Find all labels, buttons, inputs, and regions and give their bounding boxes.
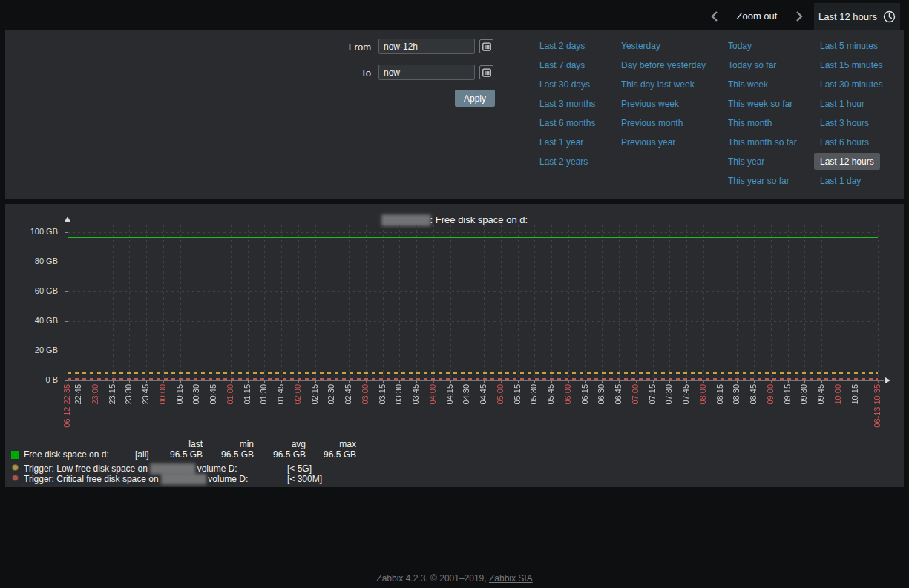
chevron-left-icon xyxy=(710,10,719,22)
series-stat-value: 96.5 GB xyxy=(255,449,306,460)
trigger-text: Trigger: Critical free disk space on xyxy=(24,474,161,484)
y-tick-label: 40 GB xyxy=(5,316,58,325)
trigger-threshold: [< 300M] xyxy=(287,474,322,484)
x-tick-label: 09:45 xyxy=(816,384,826,405)
time-range-option[interactable]: Day before yesterday xyxy=(615,57,712,73)
time-range-option[interactable]: This day last week xyxy=(615,76,700,93)
time-range-option[interactable]: Last 1 day xyxy=(814,173,867,189)
time-range-option[interactable]: Last 3 hours xyxy=(814,115,875,131)
apply-button[interactable]: Apply xyxy=(455,90,495,107)
x-tick-label: 08:15 xyxy=(715,384,725,405)
x-tick-label: 03:00 xyxy=(361,384,370,405)
x-tick-label: 02:45 xyxy=(344,384,353,405)
footer: Zabbix 4.2.3. © 2001–2019, Zabbix SIA xyxy=(0,573,909,584)
time-range-option[interactable]: Last 7 days xyxy=(534,57,591,73)
time-range-option[interactable]: Last 2 days xyxy=(534,38,591,54)
legend-stat-header: last xyxy=(151,439,203,449)
footer-link[interactable]: Zabbix SIA xyxy=(489,573,533,584)
clock-icon xyxy=(883,10,896,23)
x-tick-label: 02:30 xyxy=(326,384,336,405)
time-shift-back-button[interactable] xyxy=(703,7,726,26)
time-range-option[interactable]: Yesterday xyxy=(615,38,666,54)
time-range-option[interactable]: Last 3 months xyxy=(534,96,601,112)
x-axis xyxy=(68,380,884,381)
y-axis xyxy=(68,222,68,380)
time-range-option[interactable]: Today xyxy=(722,38,758,54)
x-tick-label: 08:45 xyxy=(749,384,758,405)
x-tick-label: 01:00 xyxy=(226,384,235,405)
series-stat-value: 96.5 GB xyxy=(151,449,203,460)
trigger-dot-icon xyxy=(12,464,19,471)
x-tick-label: 23:30 xyxy=(124,384,134,405)
time-range-tab[interactable]: Last 12 hours xyxy=(814,3,900,30)
time-range-option[interactable]: This week xyxy=(722,76,774,93)
x-tick-label: 02:00 xyxy=(293,384,303,405)
from-calendar-button[interactable] xyxy=(479,39,493,53)
time-range-tab-label: Last 12 hours xyxy=(818,11,877,22)
time-range-option[interactable]: Last 5 minutes xyxy=(814,38,884,54)
from-input[interactable] xyxy=(378,39,475,54)
x-tick-label: 09:15 xyxy=(783,384,792,405)
x-tick-label: 05:45 xyxy=(546,384,556,405)
x-tick-label: 06-13 10:35 xyxy=(873,384,882,428)
x-tick-label: 01:15 xyxy=(243,384,252,405)
time-range-option[interactable]: Today so far xyxy=(722,57,782,73)
x-tick-label: 00:45 xyxy=(209,384,218,405)
x-tick-label: 23:15 xyxy=(108,384,117,405)
x-tick-label: 01:45 xyxy=(276,384,286,405)
to-calendar-button[interactable] xyxy=(479,65,493,79)
x-tick-label: 03:45 xyxy=(411,384,421,405)
time-shift-forward-button[interactable] xyxy=(788,7,810,26)
x-tick-label: 04:15 xyxy=(445,384,455,405)
series-stat-value: 96.5 GB xyxy=(203,449,254,460)
x-tick-label: 05:15 xyxy=(513,384,522,405)
time-filter-panel: From To Apply Last 2 daysLast 7 daysLast… xyxy=(5,30,904,199)
trigger-text: volume D: xyxy=(194,463,237,474)
x-tick-label: 03:15 xyxy=(378,384,387,405)
series-scope: [all] xyxy=(135,449,149,460)
time-range-option[interactable]: Previous month xyxy=(615,115,689,131)
y-tick-label: 100 GB xyxy=(5,227,58,236)
time-range-option[interactable]: Last 1 year xyxy=(534,134,589,151)
x-tick-label: 10:15 xyxy=(850,384,860,405)
x-tick-label: 23:45 xyxy=(141,384,151,405)
to-input[interactable] xyxy=(378,65,475,80)
x-tick-label: 07:00 xyxy=(631,384,640,405)
time-range-option[interactable]: Last 6 hours xyxy=(814,134,875,151)
time-range-option[interactable]: Last 30 days xyxy=(534,76,596,93)
series-label: Free disk space on d: xyxy=(24,449,109,460)
legend-stat-header: max xyxy=(305,439,356,449)
trigger-line xyxy=(68,372,878,374)
time-range-option[interactable]: Last 30 minutes xyxy=(814,76,889,93)
time-range-option[interactable]: Last 1 hour xyxy=(814,96,870,112)
y-tick-label: 80 GB xyxy=(5,257,58,265)
time-range-option[interactable]: Previous year xyxy=(615,134,681,151)
time-range-option[interactable]: Last 12 hours xyxy=(814,153,880,170)
x-tick-label: 23:00 xyxy=(91,384,100,405)
time-range-option[interactable]: Previous week xyxy=(615,96,685,112)
x-tick-label: 06:30 xyxy=(597,384,606,405)
time-range-option[interactable]: This month so far xyxy=(722,134,803,151)
x-tick-label: 05:30 xyxy=(529,384,539,405)
time-range-option[interactable]: Last 6 months xyxy=(534,115,601,131)
chevron-right-icon xyxy=(795,10,804,22)
time-range-option[interactable]: This month xyxy=(722,115,778,131)
trigger-line xyxy=(68,378,878,380)
time-range-option[interactable]: This year xyxy=(722,153,770,170)
top-bar: Zoom out Last 12 hours xyxy=(0,0,909,30)
trigger-threshold: [< 5G] xyxy=(287,463,312,474)
time-range-option[interactable]: This year so far xyxy=(722,173,795,189)
x-tick-label: 00:15 xyxy=(175,384,185,405)
graph-plot-area[interactable]: 06-12 22:3522:4523:0023:1523:3023:4500:0… xyxy=(68,204,878,380)
calendar-icon xyxy=(482,68,491,77)
series-stat-value: 96.5 GB xyxy=(305,449,356,460)
x-tick-label: 07:30 xyxy=(664,384,674,405)
y-axis-arrow-icon xyxy=(65,217,70,222)
x-tick-label: 10:00 xyxy=(833,384,843,405)
zoom-out-button[interactable]: Zoom out xyxy=(729,10,784,22)
x-tick-label: 03:30 xyxy=(394,384,404,405)
time-range-option[interactable]: Last 2 years xyxy=(534,153,594,170)
time-range-option[interactable]: This week so far xyxy=(722,96,798,112)
x-tick-label: 06-12 22:35 xyxy=(62,384,72,428)
time-range-option[interactable]: Last 15 minutes xyxy=(814,57,889,73)
